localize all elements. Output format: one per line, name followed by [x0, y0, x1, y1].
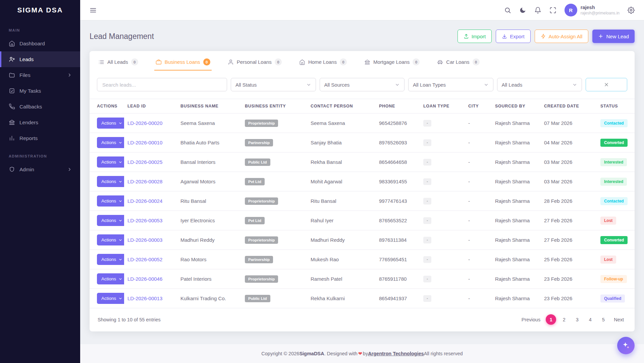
- fullscreen-button[interactable]: [549, 7, 556, 14]
- city-cell: -: [465, 211, 492, 230]
- row-actions-label: Actions: [101, 276, 116, 281]
- sidebar-item-leads[interactable]: Leads: [0, 51, 80, 67]
- business-name-cell: Seema Saxena: [177, 114, 241, 133]
- sparkles-icon: [622, 341, 630, 350]
- row-actions-button[interactable]: Actions: [97, 234, 124, 245]
- page-head: Lead Management Import Export Auto-Assig…: [90, 30, 635, 43]
- sidebar-item-my-tasks[interactable]: My Tasks: [0, 83, 80, 99]
- status-filter-select[interactable]: All Status: [231, 78, 316, 91]
- lead-id-link[interactable]: LD-2026-00052: [127, 257, 162, 262]
- row-actions-button[interactable]: Actions: [97, 293, 124, 304]
- table-row: Actions LD-2026-00053 Iyer Electronics P…: [90, 211, 635, 230]
- page-3-button[interactable]: 3: [572, 314, 582, 325]
- lead-id-link[interactable]: LD-2026-00046: [127, 276, 162, 282]
- phone-cell: 8654664658: [376, 152, 420, 172]
- status-badge: Contacted: [600, 197, 628, 205]
- avatar: R: [565, 4, 577, 16]
- leads-filter-select[interactable]: All Leads: [497, 78, 582, 91]
- sidebar-item-lenders[interactable]: Lenders: [0, 115, 80, 130]
- tab-car-loans[interactable]: Car Loans 0: [436, 52, 481, 71]
- created-date-cell: 04 Mar 2026: [541, 133, 597, 152]
- tab-count-badge: 0: [340, 58, 347, 65]
- sidebar-item-reports[interactable]: Reports: [0, 130, 80, 146]
- bar-chart-icon: [9, 135, 15, 141]
- phone-cell: 8976526093: [376, 133, 420, 152]
- loan-type-tabs: All Leads 0 Business Loans 0 Personal Lo…: [90, 51, 635, 71]
- page-4-button[interactable]: 4: [585, 314, 595, 325]
- notifications-button[interactable]: [534, 7, 541, 14]
- row-actions-button[interactable]: Actions: [97, 156, 124, 168]
- check-square-icon: [9, 88, 15, 94]
- loan-type-badge: -: [423, 295, 431, 302]
- tab-all-leads[interactable]: All Leads 0: [97, 52, 140, 71]
- clear-filters-button[interactable]: [586, 78, 627, 91]
- row-actions-button[interactable]: Actions: [97, 215, 124, 226]
- created-date-cell: 07 Mar 2026: [541, 114, 597, 133]
- sidebar-item-label: Files: [19, 72, 31, 78]
- chevron-down-icon: [118, 199, 122, 203]
- menu-toggle-button[interactable]: [90, 7, 97, 14]
- leads-card: All Leads 0 Business Loans 0 Personal Lo…: [90, 51, 635, 331]
- tab-mortgage-loans[interactable]: Mortgage Loans 0: [363, 52, 421, 71]
- sourced-by-cell: Rajesh Sharma: [492, 250, 541, 269]
- loan-types-filter-select[interactable]: All Loan Types: [408, 78, 493, 91]
- sidebar-item-callbacks[interactable]: Callbacks: [0, 99, 80, 115]
- auto-assign-all-button[interactable]: Auto-Assign All: [535, 30, 589, 43]
- dark-mode-toggle[interactable]: [519, 7, 526, 14]
- pagination: Previous 1 2 3 4 5 Next: [519, 314, 627, 325]
- lead-id-link[interactable]: LD-2026-00020: [127, 120, 162, 126]
- lead-id-link[interactable]: LD-2026-00024: [127, 198, 162, 204]
- settings-button[interactable]: [628, 7, 635, 14]
- row-actions-button[interactable]: Actions: [97, 137, 124, 148]
- ai-assistant-fab[interactable]: [617, 337, 635, 354]
- tab-home-loans[interactable]: Home Loans 0: [298, 52, 348, 71]
- leads-table-body: Actions LD-2026-00020 Seema Saxena Propr…: [90, 114, 635, 308]
- sidebar-item-admin[interactable]: Admin: [0, 162, 80, 177]
- page-1-button[interactable]: 1: [546, 314, 556, 325]
- table-row: Actions LD-2026-00046 Patel Interiors Pr…: [90, 269, 635, 289]
- new-lead-button[interactable]: New Lead: [592, 30, 635, 43]
- sidebar-section-admin-label: ADMINISTRATION: [0, 146, 80, 162]
- lead-id-link[interactable]: LD-2026-00053: [127, 218, 162, 223]
- sidebar-item-dashboard[interactable]: Dashboard: [0, 36, 80, 51]
- tab-label: All Leads: [107, 59, 128, 65]
- row-actions-button[interactable]: Actions: [97, 195, 124, 207]
- brand-logo[interactable]: SIGMA DSA: [0, 0, 80, 20]
- chevron-right-icon: [66, 167, 73, 172]
- search-button[interactable]: [504, 7, 511, 14]
- row-actions-button[interactable]: Actions: [97, 254, 124, 265]
- sidebar-item-files[interactable]: Files: [0, 67, 80, 83]
- business-name-cell: Ritu Bansal: [177, 191, 241, 211]
- tab-business-loans[interactable]: Business Loans 0: [154, 52, 212, 71]
- row-actions-button[interactable]: Actions: [97, 118, 124, 129]
- previous-page-button[interactable]: Previous: [519, 317, 543, 322]
- home-icon: [299, 59, 305, 65]
- export-button[interactable]: Export: [496, 30, 530, 43]
- user-menu[interactable]: R rajesh rajesh@primeloans.in: [565, 4, 620, 16]
- page-5-button[interactable]: 5: [598, 314, 608, 325]
- business-entity-badge: Partnership: [245, 256, 273, 263]
- loan-type-badge: -: [423, 256, 431, 263]
- lead-id-link[interactable]: LD-2026-00003: [127, 237, 162, 243]
- page-2-button[interactable]: 2: [559, 314, 569, 325]
- lead-id-link[interactable]: LD-2026-00028: [127, 179, 162, 184]
- status-filter-value: All Status: [235, 82, 257, 88]
- business-entity-badge: Pvt Ltd: [245, 178, 265, 185]
- contact-person-cell: Ritu Bansal: [307, 191, 376, 211]
- table-row: Actions LD-2026-00052 Rao Motors Partner…: [90, 250, 635, 269]
- lead-id-link[interactable]: LD-2026-00010: [127, 140, 162, 145]
- next-page-button[interactable]: Next: [611, 317, 627, 322]
- search-leads-input[interactable]: [97, 78, 227, 91]
- sources-filter-select[interactable]: All Sources: [320, 78, 405, 91]
- company-link[interactable]: Argentron Technologies: [368, 351, 424, 356]
- status-badge: Follow-up: [600, 275, 627, 283]
- city-cell: -: [465, 289, 492, 308]
- row-actions-button[interactable]: Actions: [97, 273, 124, 284]
- business-name-cell: Madhuri Reddy: [177, 230, 241, 250]
- tab-personal-loans[interactable]: Personal Loans 0: [226, 52, 283, 71]
- tab-label: Home Loans: [308, 59, 337, 65]
- import-button[interactable]: Import: [458, 30, 492, 43]
- lead-id-link[interactable]: LD-2026-00025: [127, 159, 162, 165]
- lead-id-link[interactable]: LD-2026-00013: [127, 296, 162, 301]
- row-actions-button[interactable]: Actions: [97, 176, 124, 187]
